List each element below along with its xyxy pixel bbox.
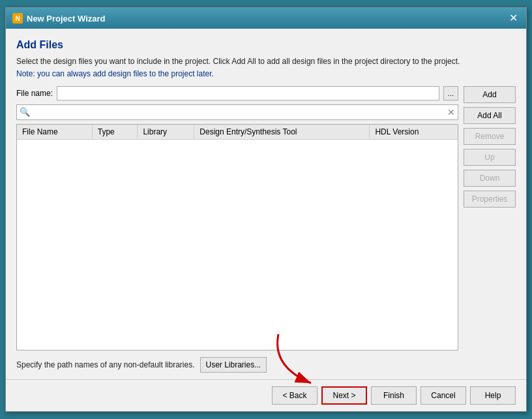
- bottom-row: Specify the path names of any non-defaul…: [6, 350, 526, 379]
- col-file-name: File Name: [17, 125, 92, 140]
- cancel-button[interactable]: Cancel: [421, 386, 466, 405]
- add-button[interactable]: Add: [464, 86, 516, 103]
- finish-button[interactable]: Finish: [371, 386, 417, 405]
- col-hdl-version: HDL Version: [370, 125, 458, 140]
- up-button[interactable]: Up: [464, 149, 516, 166]
- content-area: File name: ... 🔍 ✕ File Name: [16, 86, 516, 350]
- add-all-button[interactable]: Add All: [464, 107, 516, 124]
- close-button[interactable]: ✕: [507, 12, 520, 25]
- next-button[interactable]: Next >: [321, 386, 367, 405]
- right-panel: Add Add All Remove Up Down Properties: [464, 86, 516, 350]
- dialog-body: Add Files Select the design files you wa…: [6, 29, 526, 350]
- file-table: File Name Type Library Design Entry/Synt…: [17, 125, 458, 140]
- dialog-title: New Project Wizard: [27, 14, 106, 23]
- col-design-entry: Design Entry/Synthesis Tool: [194, 125, 370, 140]
- left-panel: File name: ... 🔍 ✕ File Name: [16, 86, 458, 350]
- footer: < Back Next > Finish Cancel Help: [6, 379, 526, 411]
- new-project-wizard-dialog: N New Project Wizard ✕ Add Files Select …: [5, 7, 527, 412]
- clear-icon[interactable]: ✕: [447, 107, 455, 117]
- down-button[interactable]: Down: [464, 170, 516, 187]
- user-libraries-button[interactable]: User Libraries...: [200, 357, 267, 373]
- browse-button[interactable]: ...: [443, 86, 458, 101]
- search-icon: 🔍: [20, 107, 30, 117]
- wizard-icon: N: [12, 13, 23, 23]
- file-name-input[interactable]: [57, 86, 439, 101]
- col-type: Type: [92, 125, 138, 140]
- remove-button[interactable]: Remove: [464, 128, 516, 145]
- search-row: 🔍 ✕: [16, 104, 458, 120]
- title-bar: N New Project Wizard ✕: [6, 8, 526, 29]
- file-name-row: File name: ...: [16, 86, 458, 101]
- specify-label: Specify the path names of any non-defaul…: [16, 360, 195, 369]
- title-bar-left: N New Project Wizard: [12, 13, 106, 23]
- help-button[interactable]: Help: [470, 386, 516, 405]
- properties-button[interactable]: Properties: [464, 191, 516, 208]
- note-text: Note: you can always add design files to…: [16, 69, 516, 78]
- back-button[interactable]: < Back: [272, 386, 318, 405]
- file-name-label: File name:: [16, 89, 53, 98]
- file-table-container: File Name Type Library Design Entry/Synt…: [16, 124, 458, 350]
- page-title: Add Files: [16, 39, 516, 51]
- description-text: Select the design files you want to incl…: [16, 56, 516, 67]
- search-input[interactable]: [33, 108, 447, 117]
- col-library: Library: [138, 125, 194, 140]
